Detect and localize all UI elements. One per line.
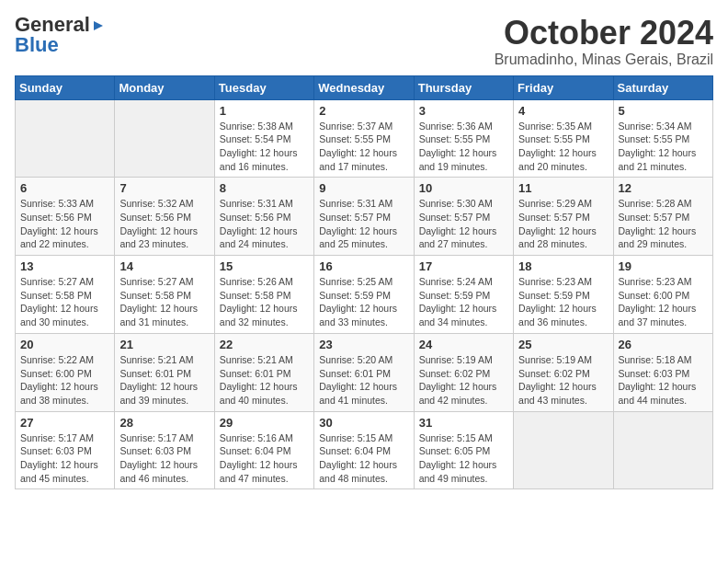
sunrise-text: Sunrise: 5:28 AM (619, 198, 692, 209)
sunrise-text: Sunrise: 5:20 AM (319, 354, 392, 365)
calendar-cell: 1 Sunrise: 5:38 AM Sunset: 5:54 PM Dayli… (214, 99, 313, 178)
day-number: 5 (619, 104, 708, 118)
calendar-week-row: 13 Sunrise: 5:27 AM Sunset: 5:58 PM Dayl… (16, 256, 713, 334)
calendar-cell: 2 Sunrise: 5:37 AM Sunset: 5:55 PM Dayli… (314, 99, 414, 178)
logo-general-text: General (15, 15, 90, 35)
day-info: Sunrise: 5:15 AM Sunset: 6:05 PM Dayligh… (419, 431, 508, 486)
day-info: Sunrise: 5:33 AM Sunset: 5:56 PM Dayligh… (20, 197, 109, 251)
sunrise-text: Sunrise: 5:26 AM (220, 276, 293, 287)
daylight-text: Daylight: 12 hours and 20 minutes. (518, 147, 597, 172)
day-info: Sunrise: 5:16 AM Sunset: 6:04 PM Dayligh… (220, 431, 309, 486)
sunset-text: Sunset: 5:59 PM (518, 290, 590, 301)
sunset-text: Sunset: 6:03 PM (119, 445, 191, 456)
day-info: Sunrise: 5:38 AM Sunset: 5:54 PM Dayligh… (220, 120, 309, 174)
daylight-text: Daylight: 12 hours and 43 minutes. (518, 381, 597, 406)
sunset-text: Sunset: 6:02 PM (419, 368, 491, 379)
calendar-cell: 12 Sunrise: 5:28 AM Sunset: 5:57 PM Dayl… (613, 178, 712, 256)
day-number: 15 (220, 259, 309, 273)
day-number: 1 (220, 104, 309, 118)
day-info: Sunrise: 5:23 AM Sunset: 5:59 PM Dayligh… (518, 275, 608, 329)
calendar-cell: 25 Sunrise: 5:19 AM Sunset: 6:02 PM Dayl… (514, 333, 613, 411)
day-number: 23 (319, 338, 408, 351)
day-number: 20 (20, 338, 109, 351)
daylight-text: Daylight: 12 hours and 29 minutes. (619, 225, 697, 250)
sunset-text: Sunset: 6:01 PM (220, 368, 291, 379)
sunset-text: Sunset: 6:00 PM (619, 290, 690, 301)
day-info: Sunrise: 5:27 AM Sunset: 5:58 PM Dayligh… (119, 275, 209, 329)
sunrise-text: Sunrise: 5:21 AM (119, 354, 193, 365)
day-number: 13 (20, 259, 109, 273)
calendar-cell: 17 Sunrise: 5:24 AM Sunset: 5:59 PM Dayl… (414, 256, 513, 334)
day-info: Sunrise: 5:34 AM Sunset: 5:55 PM Dayligh… (619, 120, 708, 174)
calendar-cell: 9 Sunrise: 5:31 AM Sunset: 5:57 PM Dayli… (314, 178, 414, 256)
daylight-text: Daylight: 12 hours and 25 minutes. (319, 225, 397, 250)
calendar-week-row: 1 Sunrise: 5:38 AM Sunset: 5:54 PM Dayli… (16, 99, 713, 178)
calendar-cell: 13 Sunrise: 5:27 AM Sunset: 5:58 PM Dayl… (16, 256, 115, 334)
calendar-cell: 4 Sunrise: 5:35 AM Sunset: 5:55 PM Dayli… (514, 99, 613, 178)
sunrise-text: Sunrise: 5:27 AM (119, 276, 193, 287)
daylight-text: Daylight: 12 hours and 22 minutes. (20, 225, 98, 250)
daylight-text: Daylight: 12 hours and 19 minutes. (419, 147, 497, 172)
sunrise-text: Sunrise: 5:15 AM (419, 432, 493, 443)
day-info: Sunrise: 5:29 AM Sunset: 5:57 PM Dayligh… (518, 197, 608, 251)
day-number: 28 (119, 416, 209, 430)
sunrise-text: Sunrise: 5:24 AM (419, 276, 493, 287)
calendar-cell (514, 411, 613, 489)
day-info: Sunrise: 5:37 AM Sunset: 5:55 PM Dayligh… (319, 120, 408, 174)
location-text: Brumadinho, Minas Gerais, Brazil (495, 52, 713, 68)
day-number: 6 (20, 181, 109, 195)
calendar-cell: 15 Sunrise: 5:26 AM Sunset: 5:58 PM Dayl… (214, 256, 313, 334)
daylight-text: Daylight: 12 hours and 49 minutes. (419, 459, 497, 484)
sunrise-text: Sunrise: 5:23 AM (619, 276, 692, 287)
sunset-text: Sunset: 5:55 PM (518, 133, 590, 144)
daylight-text: Daylight: 12 hours and 17 minutes. (319, 147, 397, 172)
sunset-text: Sunset: 5:58 PM (220, 290, 291, 301)
sunset-text: Sunset: 5:55 PM (319, 133, 391, 144)
day-info: Sunrise: 5:18 AM Sunset: 6:03 PM Dayligh… (619, 353, 708, 408)
sunrise-text: Sunrise: 5:25 AM (319, 276, 392, 287)
sunrise-text: Sunrise: 5:29 AM (518, 198, 592, 209)
calendar-cell: 6 Sunrise: 5:33 AM Sunset: 5:56 PM Dayli… (16, 178, 115, 256)
sunrise-text: Sunrise: 5:38 AM (220, 121, 293, 132)
calendar-cell (115, 99, 214, 178)
col-thursday: Thursday (414, 75, 513, 99)
day-number: 31 (419, 416, 508, 430)
sunset-text: Sunset: 6:03 PM (20, 445, 92, 456)
calendar-cell (613, 411, 712, 489)
sunset-text: Sunset: 5:57 PM (619, 212, 690, 223)
calendar-table: Sunday Monday Tuesday Wednesday Thursday… (15, 75, 713, 490)
day-info: Sunrise: 5:24 AM Sunset: 5:59 PM Dayligh… (419, 275, 508, 329)
day-number: 4 (518, 104, 608, 118)
daylight-text: Daylight: 12 hours and 42 minutes. (419, 381, 497, 406)
col-monday: Monday (115, 75, 214, 99)
day-info: Sunrise: 5:31 AM Sunset: 5:57 PM Dayligh… (319, 197, 408, 251)
daylight-text: Daylight: 12 hours and 34 minutes. (419, 303, 497, 327)
day-info: Sunrise: 5:21 AM Sunset: 6:01 PM Dayligh… (220, 353, 309, 408)
day-info: Sunrise: 5:30 AM Sunset: 5:57 PM Dayligh… (419, 197, 508, 251)
sunrise-text: Sunrise: 5:31 AM (319, 198, 392, 209)
logo-blue-text: Blue (15, 35, 59, 55)
daylight-text: Daylight: 12 hours and 31 minutes. (119, 303, 198, 327)
day-info: Sunrise: 5:35 AM Sunset: 5:55 PM Dayligh… (518, 120, 608, 174)
day-info: Sunrise: 5:17 AM Sunset: 6:03 PM Dayligh… (20, 431, 109, 486)
sunrise-text: Sunrise: 5:33 AM (20, 198, 94, 209)
day-number: 10 (419, 181, 508, 195)
calendar-cell: 14 Sunrise: 5:27 AM Sunset: 5:58 PM Dayl… (115, 256, 214, 334)
calendar-cell: 18 Sunrise: 5:23 AM Sunset: 5:59 PM Dayl… (514, 256, 613, 334)
sunrise-text: Sunrise: 5:17 AM (119, 432, 193, 443)
day-number: 29 (220, 416, 309, 430)
daylight-text: Daylight: 12 hours and 30 minutes. (20, 303, 98, 327)
calendar-cell: 7 Sunrise: 5:32 AM Sunset: 5:56 PM Dayli… (115, 178, 214, 256)
daylight-text: Daylight: 12 hours and 36 minutes. (518, 303, 597, 327)
day-number: 27 (20, 416, 109, 430)
daylight-text: Daylight: 12 hours and 27 minutes. (419, 225, 497, 250)
svg-marker-0 (94, 21, 103, 30)
day-info: Sunrise: 5:15 AM Sunset: 6:04 PM Dayligh… (319, 431, 408, 486)
sunrise-text: Sunrise: 5:34 AM (619, 121, 692, 132)
daylight-text: Daylight: 12 hours and 44 minutes. (619, 381, 697, 406)
calendar-cell: 27 Sunrise: 5:17 AM Sunset: 6:03 PM Dayl… (16, 411, 115, 489)
sunset-text: Sunset: 6:05 PM (419, 445, 491, 456)
sunset-text: Sunset: 5:56 PM (220, 212, 291, 223)
daylight-text: Daylight: 12 hours and 24 minutes. (220, 225, 298, 250)
day-number: 26 (619, 338, 708, 351)
